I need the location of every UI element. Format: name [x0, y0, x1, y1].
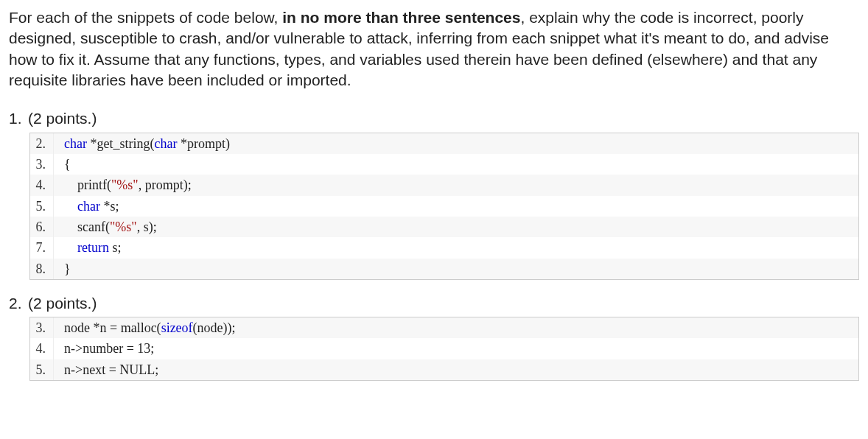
code-token: n->number = 13; [64, 341, 154, 356]
question-block: 2.(2 points.)3.node *n = malloc(sizeof(n… [29, 293, 859, 381]
question-number: 1. [9, 108, 28, 129]
question-number: 2. [9, 293, 28, 314]
questions-container: 1.(2 points.)2.char *get_string(char *pr… [9, 108, 859, 381]
code-line: 5.n->next = NULL; [30, 359, 858, 380]
code-token: s; [109, 240, 122, 255]
code-token: node *n = malloc( [64, 320, 161, 335]
question-header: 1.(2 points.) [9, 108, 859, 129]
code-token: char [77, 199, 100, 214]
code-line: 3.{ [30, 154, 858, 175]
code-token: (node)); [193, 320, 236, 335]
code-token: , prompt); [139, 178, 192, 192]
line-number: 3. [30, 154, 54, 175]
code-token: *get_string( [87, 136, 155, 151]
line-number: 2. [30, 133, 54, 154]
code-token: scanf( [64, 220, 110, 234]
instructions-part1: For each of the snippets of code below, [9, 9, 282, 26]
code-token: n->next = NULL; [64, 362, 158, 377]
line-content: return s; [54, 237, 122, 258]
code-token: sizeof [161, 320, 193, 335]
instructions-text: For each of the snippets of code below, … [9, 7, 859, 91]
line-content: { [54, 154, 71, 175]
code-token: , s); [137, 220, 157, 234]
code-line: 7. return s; [30, 237, 858, 258]
code-token: printf( [64, 178, 111, 192]
line-number: 4. [30, 175, 54, 195]
code-line: 5. char *s; [30, 196, 858, 217]
code-token: return [77, 240, 109, 255]
code-line: 4. printf("%s", prompt); [30, 175, 858, 195]
question-points: (2 points.) [28, 110, 97, 127]
instructions-bold: in no more than three sentences [282, 9, 520, 26]
line-content: node *n = malloc(sizeof(node)); [54, 317, 236, 338]
code-token: { [64, 157, 71, 172]
code-token: *prompt) [177, 136, 230, 151]
code-token: *s; [100, 199, 119, 214]
line-content: scanf("%s", s); [54, 217, 157, 237]
line-content: n->number = 13; [54, 338, 154, 359]
code-token: "%s" [111, 178, 139, 192]
code-block: 3.node *n = malloc(sizeof(node));4.n->nu… [29, 317, 859, 381]
code-block: 2.char *get_string(char *prompt)3.{4. pr… [29, 133, 859, 280]
code-line: 8.} [30, 259, 858, 279]
line-number: 6. [30, 217, 54, 237]
code-token [64, 240, 77, 255]
code-token: char [64, 136, 87, 151]
line-number: 3. [30, 317, 54, 338]
line-content: char *s; [54, 196, 119, 217]
line-content: n->next = NULL; [54, 359, 158, 380]
line-number: 5. [30, 196, 54, 217]
line-content: } [54, 259, 71, 279]
line-number: 4. [30, 338, 54, 359]
line-content: printf("%s", prompt); [54, 175, 192, 195]
line-content: char *get_string(char *prompt) [54, 133, 230, 154]
question-header: 2.(2 points.) [9, 293, 859, 314]
code-token: char [154, 136, 177, 151]
code-token [64, 199, 77, 214]
code-line: 6. scanf("%s", s); [30, 217, 858, 237]
line-number: 7. [30, 237, 54, 258]
line-number: 8. [30, 259, 54, 279]
question-block: 1.(2 points.)2.char *get_string(char *pr… [29, 108, 859, 279]
question-points: (2 points.) [28, 295, 97, 312]
line-number: 5. [30, 359, 54, 380]
code-token: } [64, 261, 71, 276]
code-line: 2.char *get_string(char *prompt) [30, 133, 858, 154]
code-token: "%s" [110, 220, 137, 234]
code-line: 4.n->number = 13; [30, 338, 858, 359]
code-line: 3.node *n = malloc(sizeof(node)); [30, 317, 858, 338]
